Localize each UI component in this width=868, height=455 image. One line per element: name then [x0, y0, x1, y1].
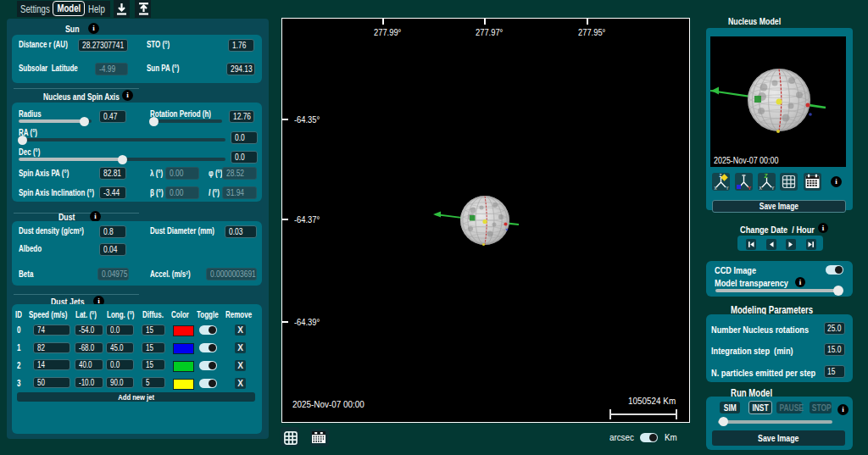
svg-text:Y: Y: [748, 186, 751, 191]
svg-text:Z: Z: [765, 173, 769, 179]
svg-text:X: X: [715, 186, 717, 191]
svg-text:Y: Y: [771, 186, 775, 191]
svg-text:X: X: [760, 186, 763, 191]
svg-text:Y: Y: [726, 186, 729, 191]
